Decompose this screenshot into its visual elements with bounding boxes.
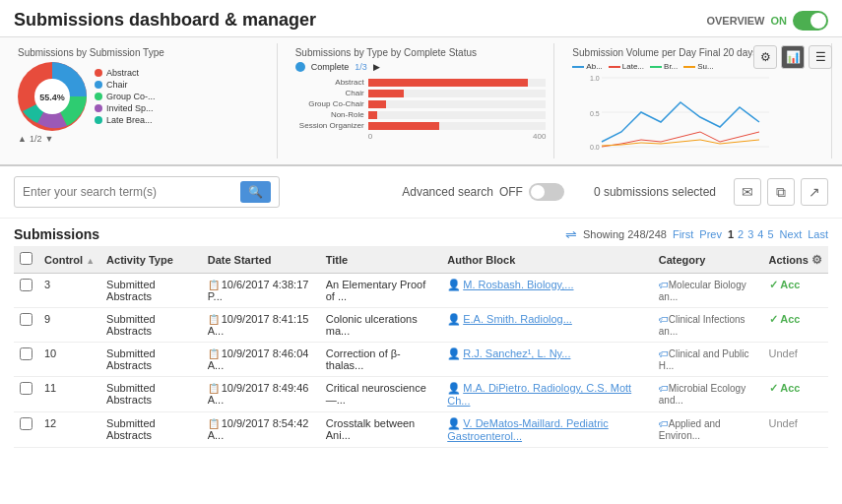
- copy-icon-btn[interactable]: ⧉: [767, 178, 795, 206]
- pie-chart-title: Submissions by Submission Type: [18, 47, 269, 58]
- date-icon: 📋: [208, 314, 220, 325]
- bar-axis: 0 400: [295, 132, 547, 141]
- action-icons: ✉ ⧉ ↗: [734, 178, 828, 206]
- line-legend-color-su: [683, 66, 695, 68]
- pagination-next[interactable]: Next: [780, 228, 803, 240]
- col-title[interactable]: Title: [320, 246, 441, 274]
- author-name[interactable]: V. DeMatos-Maillard. Pediatric Gastroent…: [447, 417, 609, 442]
- settings-icon-btn[interactable]: ⚙: [753, 45, 777, 69]
- row-title: Colonic ulcerations ma...: [320, 308, 441, 343]
- action-accepted: ✓ Acc: [769, 279, 801, 290]
- bar-label-session: Session Organizer: [295, 121, 364, 130]
- legend-label-chair: Chair: [106, 80, 128, 90]
- row-checkbox[interactable]: [20, 313, 32, 326]
- author-name[interactable]: M. Rosbash. Biology,...: [463, 279, 573, 290]
- row-author-block: 👤E.A. Smith. Radiolog...: [441, 308, 653, 343]
- pagination-prev[interactable]: Prev: [699, 228, 722, 240]
- row-checkbox[interactable]: [20, 279, 32, 291]
- line-legend-su: Su...: [683, 62, 713, 71]
- search-section: 🔍 Advanced search OFF 0 submissions sele…: [0, 166, 842, 219]
- advanced-search-toggle[interactable]: [529, 183, 564, 201]
- overview-toggle-area: OVERVIEW ON: [706, 11, 828, 31]
- row-checkbox-cell: [14, 377, 38, 412]
- bar-fill-nonrole: [368, 111, 377, 119]
- bar-chart-panel: Submissions by Type by Complete Status C…: [288, 43, 555, 158]
- row-title: Critical neuroscience—...: [320, 377, 441, 412]
- action-accepted: ✓ Acc: [769, 382, 801, 394]
- search-box[interactable]: 🔍: [14, 176, 280, 208]
- bar-label-chair: Chair: [295, 89, 364, 97]
- showing-label: Showing 248/248: [583, 228, 667, 240]
- line-svg: 1.0 0.5 0.0: [572, 73, 769, 152]
- bar-track-chair: [368, 90, 547, 97]
- legend-item-chair: Chair: [95, 80, 156, 90]
- col-author-block[interactable]: Author Block: [441, 246, 653, 274]
- pagination-first[interactable]: First: [673, 228, 693, 240]
- pagination-last[interactable]: Last: [808, 228, 828, 240]
- pie-nav-count: 1/2: [30, 134, 42, 144]
- bar-track-abstract: [368, 79, 547, 87]
- row-checkbox[interactable]: [20, 347, 32, 360]
- legend-label-invited: Invited Sp...: [106, 103, 154, 113]
- col-date-started[interactable]: Date Started: [202, 246, 320, 274]
- export-icon-btn[interactable]: ↗: [801, 178, 828, 206]
- row-control: 3: [38, 274, 100, 308]
- email-icon-btn[interactable]: ✉: [734, 178, 761, 206]
- bar-row-group: Group Co-Chair: [295, 99, 547, 108]
- row-checkbox-cell: [14, 343, 38, 377]
- row-action: ✓ Acc: [763, 274, 828, 308]
- row-checkbox[interactable]: [20, 417, 32, 430]
- pie-container: 55.4% Abstract Chair Group Co-...: [18, 62, 269, 131]
- table-row: 9 Submitted Abstracts 📋10/9/2017 8:41:15…: [14, 308, 828, 343]
- pie-chart-panel: Submissions by Submission Type 55.4% Ab: [10, 43, 278, 158]
- line-legend-ab: Ab...: [572, 62, 602, 71]
- col-activity-type[interactable]: Activity Type: [100, 246, 202, 274]
- author-name[interactable]: E.A. Smith. Radiolog...: [463, 313, 572, 325]
- bar-fill-group: [368, 100, 386, 108]
- legend-dot-abstract: [95, 69, 102, 77]
- line-legend-color-ab: [572, 66, 584, 68]
- line-legend-label-late: Late...: [622, 62, 644, 71]
- row-checkbox[interactable]: [20, 382, 32, 395]
- row-date-started: 📋10/9/2017 8:49:46 A...: [202, 377, 320, 412]
- list-view-btn[interactable]: ☰: [809, 45, 832, 69]
- tag-icon: 🏷: [659, 418, 669, 429]
- page-1[interactable]: 1: [728, 228, 734, 240]
- bar-fill-abstract: [368, 79, 529, 87]
- select-all-checkbox[interactable]: [20, 252, 32, 265]
- chart-view-btn[interactable]: 📊: [781, 45, 805, 69]
- row-activity-type: Submitted Abstracts: [100, 274, 202, 308]
- bar-row-session: Session Organizer: [295, 121, 547, 130]
- table-row: 3 Submitted Abstracts 📋10/6/2017 4:38:17…: [14, 274, 828, 308]
- pie-nav: ▲ 1/2 ▼: [18, 134, 269, 144]
- page-header: Submissions dashboard & manager OVERVIEW…: [0, 0, 842, 37]
- legend-dot-group: [95, 93, 102, 100]
- search-button[interactable]: 🔍: [240, 181, 271, 203]
- author-name[interactable]: R.J. Sanchez¹, L. Ny...: [463, 347, 570, 359]
- overview-toggle-switch[interactable]: [793, 11, 828, 31]
- actions-gear-icon[interactable]: ⚙: [811, 253, 822, 267]
- line-legend-label-ab: Ab...: [586, 62, 602, 71]
- bar-track-nonrole: [368, 111, 547, 119]
- submissions-table: Control ▲ Activity Type Date Started Tit…: [14, 246, 828, 448]
- page-3[interactable]: 3: [747, 228, 753, 240]
- legend-dot-late: [95, 116, 102, 124]
- author-name[interactable]: M.A. DiPietro. Radiology, C.S. Mott Ch..…: [447, 382, 631, 407]
- bar-fraction-arrow: ▶: [373, 62, 380, 72]
- y-max: 1.0: [590, 75, 600, 82]
- row-author-block: 👤V. DeMatos-Maillard. Pediatric Gastroen…: [441, 412, 653, 448]
- page-5[interactable]: 5: [767, 228, 773, 240]
- col-category[interactable]: Category: [653, 246, 763, 274]
- col-control[interactable]: Control ▲: [38, 246, 100, 274]
- row-action: Undef: [763, 412, 828, 448]
- search-input[interactable]: [23, 185, 236, 199]
- row-author-block: 👤M.A. DiPietro. Radiology, C.S. Mott Ch.…: [441, 377, 653, 412]
- bar-row-chair: Chair: [295, 89, 547, 97]
- row-author-block: 👤R.J. Sanchez¹, L. Ny...: [441, 343, 653, 377]
- page-title: Submissions dashboard & manager: [14, 10, 316, 31]
- page-2[interactable]: 2: [738, 228, 744, 240]
- row-action: Undef: [763, 343, 828, 377]
- pie-legend: Abstract Chair Group Co-... Invited Sp..…: [95, 68, 156, 125]
- page-4[interactable]: 4: [757, 228, 763, 240]
- row-title: Crosstalk between Ani...: [320, 412, 441, 448]
